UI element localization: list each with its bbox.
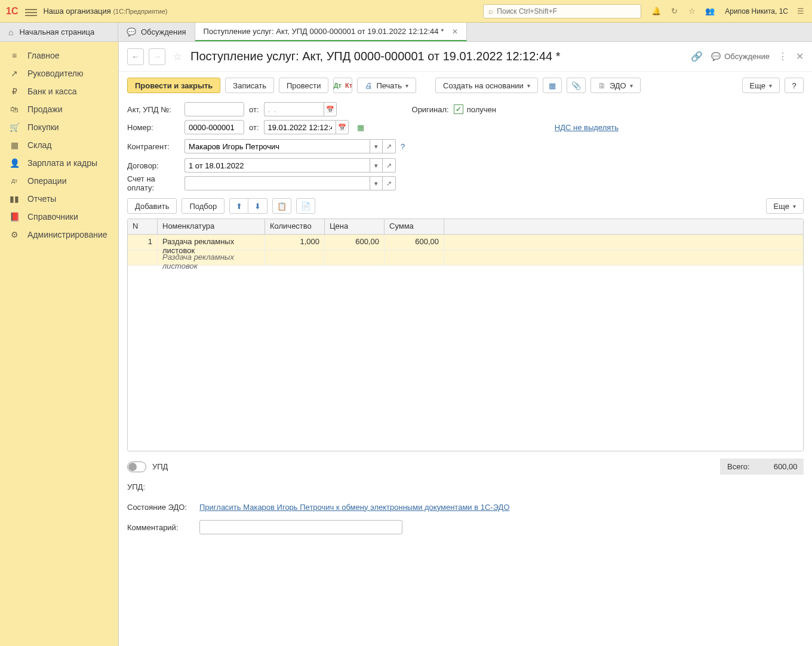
dropdown-icon[interactable]: ▾ — [370, 139, 383, 153]
sidebar-item-label: Администрирование — [27, 230, 107, 239]
manager-icon: ↗ — [10, 69, 19, 78]
sidebar-item-label: Покупки — [27, 122, 59, 132]
paste-button[interactable]: 📄 — [296, 198, 315, 214]
counterparty-input[interactable] — [184, 139, 370, 153]
col-sum[interactable]: Сумма — [385, 219, 444, 234]
attach-button[interactable]: 📎 — [567, 78, 586, 93]
sidebar-item-label: Операции — [27, 176, 67, 186]
search-box[interactable]: ⌕ — [483, 4, 641, 19]
move-down-button[interactable]: ⬇ — [248, 198, 267, 214]
calendar-icon[interactable]: 📅 — [336, 120, 349, 134]
help-icon[interactable]: ? — [401, 142, 405, 151]
dropdown-icon[interactable]: ▾ — [370, 176, 383, 190]
tab-discussions[interactable]: 💬 Обсуждения — [118, 23, 195, 41]
sidebar-item-main[interactable]: ≡Главное — [0, 47, 118, 64]
back-button[interactable]: ← — [127, 48, 144, 65]
close-icon[interactable]: ✕ — [796, 51, 804, 62]
date-input[interactable] — [264, 120, 336, 134]
post-close-button[interactable]: Провести и закрыть — [127, 78, 220, 93]
contract-input[interactable] — [184, 158, 370, 173]
grid-header: N Номенклатура Количество Цена Сумма — [128, 219, 803, 235]
original-checkbox[interactable]: ✓ — [454, 104, 463, 114]
move-up-button[interactable]: ⬆ — [229, 198, 248, 214]
vat-link[interactable]: НДС не выделять — [555, 123, 619, 132]
table-row-sub[interactable]: Раздача рекламных листовок — [128, 250, 803, 266]
open-icon[interactable]: ↗ — [383, 139, 396, 153]
invoice-label: Счет на оплату: — [127, 174, 180, 192]
user-name[interactable]: Арипов Никита, 1С — [725, 7, 788, 16]
org-name: Наша организация — [43, 7, 110, 16]
tab-discussions-label: Обсуждения — [141, 27, 186, 36]
akt-number-input[interactable] — [184, 102, 244, 116]
tab-active-doc[interactable]: Поступление услуг: Акт, УПД 0000-000001 … — [195, 23, 467, 41]
grid-body[interactable]: 1 Раздача рекламных листовок 1,000 600,0… — [128, 235, 803, 451]
home-icon: ⌂ — [8, 27, 13, 37]
sidebar-item-label: Руководителю — [27, 69, 83, 78]
tab-home[interactable]: ⌂ Начальная страница — [0, 23, 118, 41]
open-icon[interactable]: ↗ — [383, 176, 396, 190]
col-price[interactable]: Цена — [325, 219, 385, 234]
post-status-icon[interactable]: ▦ — [357, 123, 364, 132]
search-input[interactable] — [497, 7, 636, 16]
more-button[interactable]: Еще▾ — [742, 78, 780, 93]
copy-button[interactable]: 📋 — [272, 198, 291, 214]
hamburger-menu[interactable] — [25, 7, 37, 16]
dropdown-icon[interactable]: ▾ — [370, 158, 383, 173]
bell-icon[interactable]: 🔔 — [651, 6, 662, 17]
help-button[interactable]: ? — [785, 78, 804, 93]
add-button[interactable]: Добавить — [127, 198, 177, 214]
tab-home-label: Начальная страница — [19, 27, 94, 36]
kebab-icon[interactable]: ⋮ — [778, 51, 788, 62]
comment-input[interactable] — [199, 520, 402, 534]
link-icon[interactable]: 🔗 — [691, 51, 703, 62]
sidebar-item-label: Зарплата и кадры — [27, 158, 97, 168]
sidebar-item-manager[interactable]: ↗Руководителю — [0, 64, 118, 82]
counterparty-label: Контрагент: — [127, 142, 180, 151]
favorite-icon[interactable]: ☆ — [173, 50, 182, 63]
sidebar-item-admin[interactable]: ⚙Администрирование — [0, 226, 118, 244]
sidebar-item-bank[interactable]: ₽Банк и касса — [0, 82, 118, 100]
grid-more-button[interactable]: Еще▾ — [766, 198, 804, 214]
open-icon[interactable]: ↗ — [383, 158, 396, 173]
menu-icon[interactable]: ☰ — [795, 6, 806, 17]
calendar-icon[interactable]: 📅 — [324, 102, 337, 116]
sidebar-item-reports[interactable]: ▮▮Отчеты — [0, 190, 118, 208]
sidebar-item-payroll[interactable]: 👤Зарплата и кадры — [0, 154, 118, 172]
sidebar-item-purchases[interactable]: 🛒Покупки — [0, 118, 118, 136]
users-icon[interactable]: 👥 — [705, 6, 715, 17]
col-n[interactable]: N — [128, 219, 158, 234]
edo-status-link[interactable]: Пригласить Макаров Игорь Петрочич к обме… — [199, 503, 510, 512]
col-nomenclature[interactable]: Номенклатура — [158, 219, 265, 234]
chat-icon: 💬 — [127, 27, 136, 36]
number-input[interactable] — [184, 120, 244, 134]
history-icon[interactable]: ↻ — [669, 6, 679, 17]
sidebar-item-operations[interactable]: ДтОперации — [0, 172, 118, 190]
akt-date-input[interactable] — [264, 102, 324, 116]
forward-button[interactable]: → — [149, 48, 165, 65]
print-button[interactable]: 🖨Печать▾ — [357, 78, 416, 93]
edo-button[interactable]: 🗎ЭДО▾ — [590, 78, 641, 93]
number-label: Номер: — [127, 123, 180, 132]
payroll-icon: 👤 — [10, 158, 19, 168]
doc-toolbar: Провести и закрыть Записать Провести ДтК… — [119, 72, 812, 99]
col-qty[interactable]: Количество — [265, 219, 325, 234]
admin-icon: ⚙ — [10, 230, 19, 239]
star-icon[interactable]: ☆ — [687, 6, 697, 17]
dtkt-button[interactable]: ДтКт — [333, 78, 352, 93]
create-based-button[interactable]: Создать на основании▾ — [435, 78, 538, 93]
pick-button[interactable]: Подбор — [182, 198, 224, 214]
tab-active-doc-label: Поступление услуг: Акт, УПД 0000-000001 … — [204, 27, 444, 36]
registers-button[interactable]: ▦ — [543, 78, 562, 93]
save-button[interactable]: Записать — [225, 78, 274, 93]
invoice-input[interactable] — [184, 176, 370, 190]
date-group: 📅 — [264, 120, 349, 134]
upd-toggle[interactable] — [127, 462, 146, 472]
discuss-button[interactable]: 💬Обсуждение — [711, 52, 770, 61]
sales-icon: 🛍 — [10, 104, 19, 114]
sidebar-item-warehouse[interactable]: ▦Склад — [0, 136, 118, 154]
tab-close-icon[interactable]: ✕ — [452, 27, 458, 36]
table-row[interactable]: 1 Раздача рекламных листовок 1,000 600,0… — [128, 235, 803, 250]
sidebar-item-references[interactable]: 📕Справочники — [0, 208, 118, 226]
post-button[interactable]: Провести — [279, 78, 329, 93]
sidebar-item-sales[interactable]: 🛍Продажи — [0, 100, 118, 118]
